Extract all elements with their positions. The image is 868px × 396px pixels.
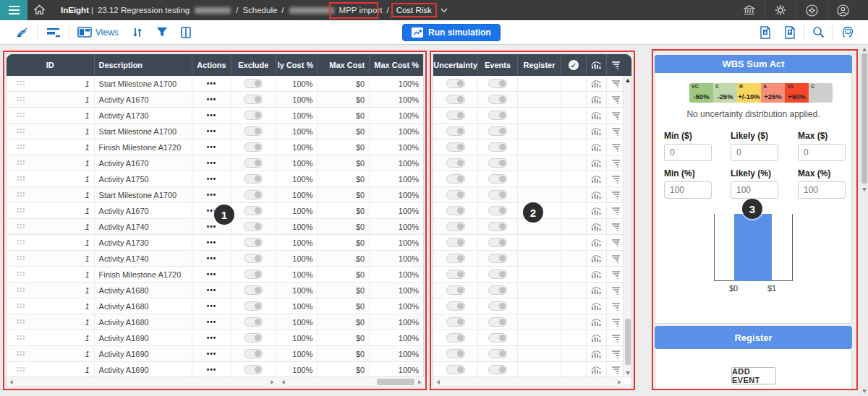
- drag-handle-icon[interactable]: [17, 191, 26, 198]
- uncertainty-toggle[interactable]: [446, 79, 465, 88]
- gantt-bars-icon[interactable]: [40, 20, 67, 44]
- drag-handle-icon[interactable]: [17, 96, 26, 103]
- add-event-button[interactable]: ADD EVENT: [731, 367, 776, 384]
- distribution-chart-icon[interactable]: [591, 175, 602, 184]
- uncertainty-toggle[interactable]: [446, 333, 465, 343]
- uncertainty-toggle[interactable]: [446, 126, 465, 136]
- hamburger-menu-button[interactable]: [0, 0, 27, 20]
- uncertainty-toggle[interactable]: [446, 206, 465, 215]
- register-header[interactable]: Register: [655, 326, 852, 349]
- exclude-toggle[interactable]: [244, 317, 263, 327]
- exclude-toggle[interactable]: [244, 206, 263, 215]
- distribution-chart-icon[interactable]: [591, 127, 602, 136]
- uncertainty-toggle[interactable]: [446, 301, 465, 311]
- exclude-toggle[interactable]: [244, 111, 263, 120]
- exclude-toggle[interactable]: [244, 301, 263, 311]
- sort-icon[interactable]: [125, 20, 150, 44]
- drag-handle-icon[interactable]: [17, 176, 26, 182]
- wbs-sum-act-header[interactable]: WBS Sum Act: [655, 55, 852, 73]
- events-toggle[interactable]: [488, 142, 507, 152]
- uncertainty-toggle[interactable]: [446, 365, 465, 374]
- tornado-icon[interactable]: [611, 143, 621, 152]
- exclude-toggle[interactable]: [244, 333, 263, 343]
- events-toggle[interactable]: [488, 285, 507, 295]
- field-input-likely-$-[interactable]: [731, 144, 778, 161]
- risk-table-vscrollbar[interactable]: [623, 76, 631, 378]
- exclude-toggle[interactable]: [244, 254, 263, 263]
- distribution-chart-icon[interactable]: [591, 223, 602, 231]
- uncertainty-toggle[interactable]: [446, 222, 465, 231]
- field-input-max-%-[interactable]: [798, 181, 846, 199]
- distribution-chart-icon[interactable]: [591, 350, 602, 358]
- events-toggle[interactable]: [488, 111, 507, 120]
- actions-menu-button[interactable]: •••: [207, 79, 217, 87]
- settings-gear-icon[interactable]: [765, 0, 796, 20]
- exclude-toggle[interactable]: [244, 126, 263, 136]
- events-toggle[interactable]: [488, 270, 507, 279]
- actions-menu-button[interactable]: •••: [207, 191, 217, 199]
- drag-handle-icon[interactable]: [17, 128, 26, 134]
- tornado-icon[interactable]: [611, 350, 621, 358]
- columns-icon[interactable]: [174, 20, 197, 44]
- distribution-chart-icon[interactable]: [591, 159, 602, 168]
- admin-gear-badge-icon[interactable]: [796, 0, 827, 20]
- views-button[interactable]: Views: [71, 20, 125, 44]
- chevron-down-icon[interactable]: [441, 8, 448, 13]
- drag-handle-icon[interactable]: [17, 223, 26, 230]
- exclude-toggle[interactable]: [244, 349, 263, 358]
- drag-handle-icon[interactable]: [17, 287, 26, 293]
- breadcrumb-current-view[interactable]: Cost Risk: [391, 3, 437, 17]
- uncertainty-toggle[interactable]: [446, 174, 465, 184]
- events-toggle[interactable]: [488, 222, 507, 231]
- tornado-icon[interactable]: [611, 127, 621, 136]
- distribution-chart-icon[interactable]: [591, 366, 602, 374]
- exclude-toggle[interactable]: [244, 190, 263, 199]
- actions-menu-button[interactable]: •••: [207, 350, 217, 358]
- risk-table-hscrollbar[interactable]: [433, 376, 624, 387]
- exclude-toggle[interactable]: [244, 79, 263, 88]
- distribution-chart-icon[interactable]: [591, 191, 602, 199]
- drag-handle-icon[interactable]: [17, 335, 26, 341]
- events-toggle[interactable]: [488, 174, 507, 184]
- actions-menu-button[interactable]: •••: [207, 238, 217, 246]
- field-input-max-$-[interactable]: [798, 144, 846, 161]
- import-document-icon[interactable]: [753, 20, 778, 44]
- organization-icon[interactable]: [733, 0, 765, 20]
- events-toggle[interactable]: [488, 126, 507, 136]
- actions-menu-button[interactable]: •••: [207, 175, 217, 183]
- distribution-chart-icon[interactable]: [591, 238, 602, 247]
- distribution-chart-icon[interactable]: [591, 143, 602, 152]
- tornado-icon[interactable]: [611, 159, 621, 168]
- events-toggle[interactable]: [488, 349, 507, 358]
- account-person-icon[interactable]: [827, 0, 858, 20]
- exclude-toggle[interactable]: [244, 158, 263, 168]
- actions-menu-button[interactable]: •••: [207, 111, 217, 119]
- run-simulation-button[interactable]: Run simulation: [402, 24, 501, 41]
- distribution-chart-icon[interactable]: [591, 207, 602, 215]
- drag-handle-icon[interactable]: [17, 239, 26, 246]
- actions-menu-button[interactable]: •••: [207, 302, 217, 310]
- drag-handle-icon[interactable]: [17, 366, 26, 373]
- uncertainty-toggle[interactable]: [446, 95, 465, 104]
- distribution-chart-icon[interactable]: [591, 111, 602, 120]
- tornado-icon[interactable]: [611, 95, 621, 104]
- tornado-icon[interactable]: [611, 223, 621, 231]
- tornado-icon[interactable]: [611, 207, 621, 215]
- distribution-chart-icon[interactable]: [591, 334, 602, 343]
- exclude-toggle[interactable]: [244, 142, 263, 152]
- uncertainty-toggle[interactable]: [446, 142, 465, 152]
- search-icon[interactable]: [806, 20, 831, 44]
- drag-handle-icon[interactable]: [17, 319, 26, 325]
- actions-menu-button[interactable]: •••: [207, 159, 217, 167]
- distribution-chart-icon[interactable]: [591, 270, 602, 279]
- actions-menu-button[interactable]: •••: [207, 270, 217, 278]
- events-toggle[interactable]: [488, 158, 507, 168]
- page-vscrollbar[interactable]: [859, 45, 868, 396]
- uncertainty-toggle[interactable]: [446, 270, 465, 279]
- uncertainty-toggle[interactable]: [446, 158, 465, 168]
- exclude-toggle[interactable]: [244, 365, 263, 374]
- field-input-min-$-[interactable]: [664, 144, 712, 161]
- drag-handle-icon[interactable]: [17, 80, 26, 87]
- uncertainty-toggle[interactable]: [446, 111, 465, 120]
- drag-handle-icon[interactable]: [17, 207, 26, 214]
